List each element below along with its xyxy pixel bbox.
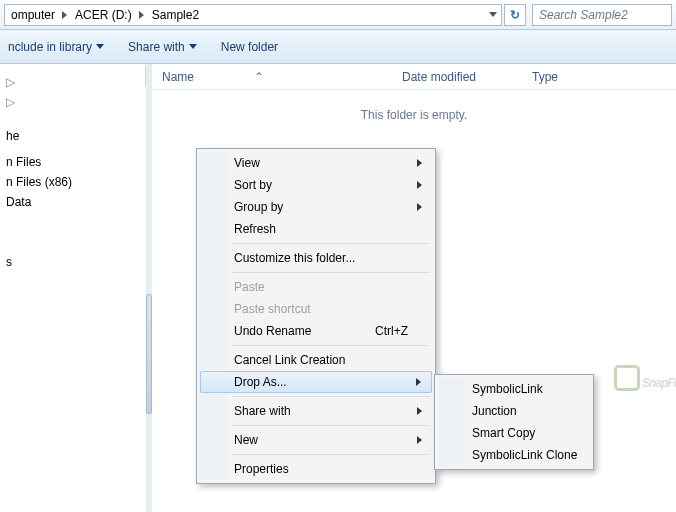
chevron-down-icon (189, 44, 197, 50)
refresh-button[interactable]: ↻ (504, 4, 526, 26)
menu-label: View (234, 156, 260, 170)
menu-separator (232, 454, 430, 455)
menu-label: Sort by (234, 178, 272, 192)
share-with-button[interactable]: Share with (128, 40, 197, 54)
menu-label: Share with (234, 404, 291, 418)
menu-item-paste-shortcut: Paste shortcut (200, 298, 432, 320)
breadcrumb[interactable]: omputer ACER (D:) Sample2 (4, 4, 502, 26)
menu-label: Undo Rename (234, 324, 311, 338)
menu-item-drop-as[interactable]: Drop As... (200, 371, 432, 393)
share-label: Share with (128, 40, 185, 54)
menu-label: Cancel Link Creation (234, 353, 345, 367)
chevron-right-icon[interactable] (138, 11, 146, 19)
menu-item-view[interactable]: View (200, 152, 432, 174)
toolbar: nclude in library Share with New folder (0, 30, 676, 64)
sidebar-item-label: n Files (x86) (6, 175, 72, 189)
address-dropdown-icon[interactable] (489, 12, 497, 18)
submenu-arrow-icon (415, 375, 423, 389)
column-name-label: Name (162, 70, 194, 84)
submenu-arrow-icon (416, 433, 424, 447)
column-date[interactable]: Date modified (402, 70, 532, 84)
menu-separator (232, 345, 430, 346)
sidebar-item[interactable]: he (2, 126, 152, 146)
menu-item-refresh[interactable]: Refresh (200, 218, 432, 240)
empty-folder-message: This folder is empty. (152, 108, 676, 122)
sidebar-item[interactable]: n Files (2, 152, 152, 172)
sidebar-item-label: n Files (6, 155, 41, 169)
submenu-arrow-icon (416, 404, 424, 418)
column-name[interactable]: Name ⌃ (162, 70, 402, 84)
search-placeholder: Search Sample2 (539, 8, 628, 22)
sort-ascending-icon: ⌃ (254, 70, 264, 84)
sidebar-item[interactable]: n Files (x86) (2, 172, 152, 192)
menu-label: Group by (234, 200, 283, 214)
menu-label: Refresh (234, 222, 276, 236)
submenu-item-smartcopy[interactable]: Smart Copy (438, 422, 590, 444)
column-headers: Name ⌃ Date modified Type (152, 64, 676, 90)
submenu-arrow-icon (416, 178, 424, 192)
sidebar-item[interactable]: ▷ (2, 92, 152, 112)
menu-separator (232, 272, 430, 273)
submenu-item-symboliclink[interactable]: SymbolicLink (438, 378, 590, 400)
menu-label: Properties (234, 462, 289, 476)
new-folder-button[interactable]: New folder (221, 40, 278, 54)
menu-item-share-with[interactable]: Share with (200, 400, 432, 422)
menu-item-customize[interactable]: Customize this folder... (200, 247, 432, 269)
refresh-icon: ↻ (510, 8, 520, 22)
submenu-arrow-icon (416, 200, 424, 214)
submenu-item-symboliclink-clone[interactable]: SymbolicLink Clone (438, 444, 590, 466)
menu-item-undo-rename[interactable]: Undo RenameCtrl+Z (200, 320, 432, 342)
chevron-down-icon (96, 44, 104, 50)
menu-item-properties[interactable]: Properties (200, 458, 432, 480)
menu-label: Paste shortcut (234, 302, 311, 316)
menu-separator (232, 243, 430, 244)
menu-separator (232, 396, 430, 397)
menu-item-cancel-link[interactable]: Cancel Link Creation (200, 349, 432, 371)
address-bar: omputer ACER (D:) Sample2 ↻ Search Sampl… (0, 0, 676, 30)
menu-label: Drop As... (234, 375, 287, 389)
submenu-item-junction[interactable]: Junction (438, 400, 590, 422)
breadcrumb-part-drive[interactable]: ACER (D:) (73, 8, 134, 22)
menu-item-paste: Paste (200, 276, 432, 298)
menu-item-new[interactable]: New (200, 429, 432, 451)
sidebar-item-label: s (6, 255, 12, 269)
menu-item-sortby[interactable]: Sort by (200, 174, 432, 196)
breadcrumb-part-computer[interactable]: omputer (9, 8, 57, 22)
sidebar-item-label: Data (6, 195, 31, 209)
sidebar-item[interactable]: Data (2, 192, 152, 212)
search-input[interactable]: Search Sample2 (532, 4, 672, 26)
sidebar-item[interactable]: s (2, 252, 152, 272)
context-menu: View Sort by Group by Refresh Customize … (196, 148, 436, 484)
include-label: nclude in library (8, 40, 92, 54)
menu-shortcut: Ctrl+Z (375, 324, 424, 338)
navigation-sidebar: ▷ ▷ he n Files n Files (x86) Data s (0, 64, 152, 512)
chevron-right-icon[interactable] (61, 11, 69, 19)
newfolder-label: New folder (221, 40, 278, 54)
sidebar-item[interactable]: ▷ (2, 72, 152, 92)
expand-icon: ▷ (6, 95, 16, 109)
drop-as-submenu: SymbolicLink Junction Smart Copy Symboli… (434, 374, 594, 470)
breadcrumb-part-folder[interactable]: Sample2 (150, 8, 201, 22)
menu-label: New (234, 433, 258, 447)
menu-label: Paste (234, 280, 265, 294)
menu-label: Customize this folder... (234, 251, 355, 265)
column-type[interactable]: Type (532, 70, 666, 84)
sidebar-item-label: he (6, 129, 19, 143)
submenu-arrow-icon (416, 156, 424, 170)
expand-icon: ▷ (6, 75, 16, 89)
menu-separator (232, 425, 430, 426)
include-in-library-button[interactable]: nclude in library (8, 40, 104, 54)
menu-item-groupby[interactable]: Group by (200, 196, 432, 218)
